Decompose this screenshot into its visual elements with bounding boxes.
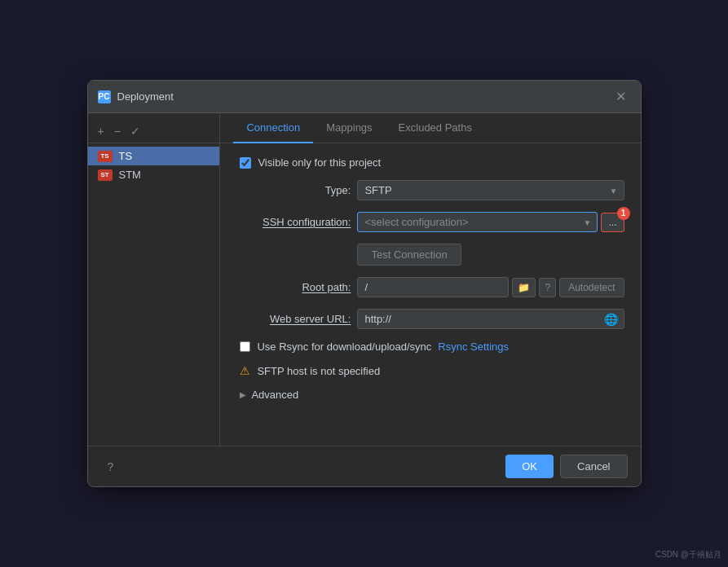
remove-server-button[interactable]: −	[111, 123, 124, 139]
help-button[interactable]: ?	[101, 457, 121, 477]
dialog-title: Deployment	[117, 90, 174, 103]
rsync-label: Use Rsync for download/upload/sync	[257, 341, 431, 353]
rsync-row: Use Rsync for download/upload/sync Rsync…	[236, 341, 624, 353]
dialog-body: + − ✓ TS TS ST STM Connection Mappings E…	[88, 113, 641, 446]
folder-icon: 📁	[518, 282, 530, 293]
root-path-row: Root path: 📁 ? Autodetect	[236, 277, 624, 297]
sidebar-toolbar: + − ✓	[88, 120, 220, 143]
tab-excluded-paths[interactable]: Excluded Paths	[386, 113, 485, 143]
ssh-config-select[interactable]: <select configuration>	[357, 212, 598, 232]
autodetect-button[interactable]: Autodetect	[559, 278, 624, 297]
root-path-help-button[interactable]: ?	[539, 278, 556, 297]
type-select-wrapper: SFTP ▼	[357, 180, 624, 200]
warning-text: SFTP host is not specified	[257, 365, 380, 377]
web-server-url-label: Web server URL:	[236, 313, 351, 325]
ssh-config-label: SSH configuration:	[236, 216, 351, 228]
watermark: CSDN @千禧贴月	[655, 549, 721, 560]
title-bar: PC Deployment ✕	[88, 81, 641, 113]
advanced-row[interactable]: ▶ Advanced	[236, 389, 624, 401]
test-connection-button[interactable]: Test Connection	[357, 244, 461, 266]
visible-only-checkbox[interactable]	[240, 157, 251, 169]
title-bar-left: PC Deployment	[98, 90, 174, 103]
dialog-footer: ? OK Cancel	[88, 446, 641, 486]
sidebar-item-ts[interactable]: TS TS	[88, 147, 220, 165]
visible-only-row: Visible only for this project	[236, 156, 624, 169]
ssh-config-wrapper: <select configuration> ▼ ... 1	[357, 212, 624, 232]
type-select[interactable]: SFTP	[357, 180, 624, 200]
web-server-url-input[interactable]	[357, 309, 624, 329]
content-area: Visible only for this project Type: SFTP…	[220, 143, 640, 446]
check-server-button[interactable]: ✓	[127, 123, 143, 139]
app-icon: PC	[98, 90, 111, 103]
rsync-settings-link[interactable]: Rsync Settings	[438, 341, 509, 353]
cancel-button[interactable]: Cancel	[560, 455, 627, 478]
tab-mappings[interactable]: Mappings	[313, 113, 385, 143]
web-url-wrapper: 🌐	[357, 309, 624, 329]
warning-icon: ⚠	[240, 364, 250, 377]
warning-row: ⚠ SFTP host is not specified	[236, 364, 624, 377]
tab-connection[interactable]: Connection	[233, 113, 313, 143]
tabs: Connection Mappings Excluded Paths	[220, 113, 640, 143]
stm-server-icon: ST	[98, 169, 113, 181]
main-content: Connection Mappings Excluded Paths Visib…	[220, 113, 640, 446]
web-server-url-row: Web server URL: 🌐	[236, 309, 624, 329]
deployment-dialog: PC Deployment ✕ + − ✓ TS TS ST STM	[87, 80, 642, 487]
ok-button[interactable]: OK	[505, 455, 554, 478]
ts-server-icon: TS	[98, 151, 113, 162]
sidebar-item-stm-label: STM	[119, 169, 141, 181]
ssh-config-badge: 1	[617, 207, 630, 220]
visible-only-label: Visible only for this project	[258, 156, 381, 169]
root-path-folder-button[interactable]: 📁	[512, 278, 536, 297]
ssh-config-row: SSH configuration: <select configuration…	[236, 212, 624, 232]
ssh-select-wrapper: <select configuration> ▼	[357, 212, 598, 232]
root-path-wrapper: 📁 ? Autodetect	[357, 277, 624, 297]
sidebar-item-ts-label: TS	[119, 150, 133, 162]
sidebar: + − ✓ TS TS ST STM	[88, 113, 221, 446]
close-button[interactable]: ✕	[611, 87, 631, 106]
type-row: Type: SFTP ▼	[236, 180, 624, 200]
test-connection-row: Test Connection	[236, 244, 624, 277]
ssh-config-ellipsis-button[interactable]: ... 1	[601, 213, 624, 232]
type-label: Type:	[236, 184, 351, 196]
footer-buttons: OK Cancel	[505, 455, 627, 478]
rsync-checkbox[interactable]	[240, 341, 250, 352]
add-server-button[interactable]: +	[95, 123, 108, 139]
root-path-label: Root path:	[236, 281, 351, 293]
advanced-chevron-icon: ▶	[240, 390, 246, 399]
advanced-label: Advanced	[251, 389, 298, 401]
help-icon: ?	[545, 282, 550, 293]
root-path-input[interactable]	[357, 277, 509, 297]
sidebar-item-stm[interactable]: ST STM	[88, 165, 220, 184]
